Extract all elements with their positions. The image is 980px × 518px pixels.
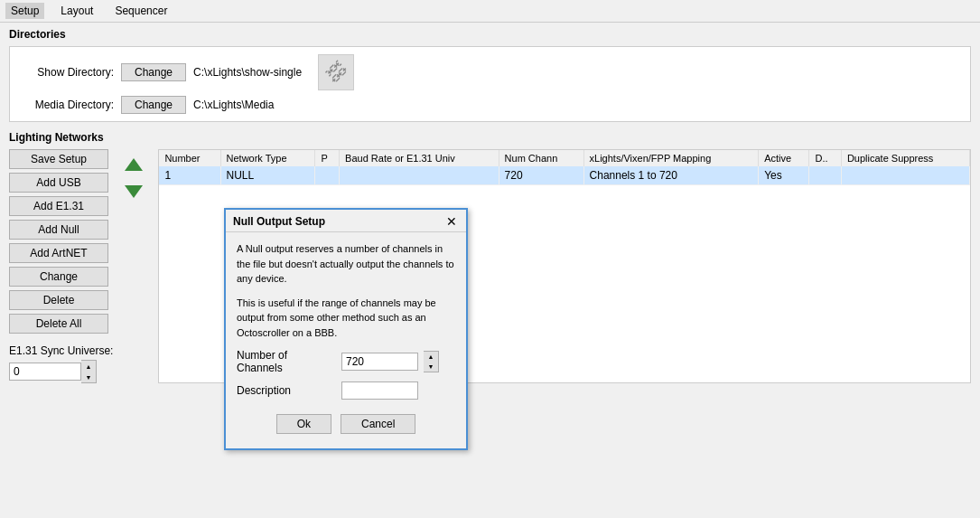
col-baud: Baud Rate or E1.31 Univ [340,150,499,166]
move-up-button[interactable] [122,153,145,176]
move-down-button[interactable] [122,180,145,203]
left-panel: Save Setup Add USB Add E1.31 Add Null Ad… [9,149,113,383]
num-channels-spinner: ▲ ▼ [424,351,439,372]
description-input[interactable] [341,381,418,400]
description-label: Description [237,384,336,397]
menu-layout[interactable]: Layout [55,3,98,19]
directories-header: Directories [9,28,971,41]
save-setup-button[interactable]: Save Setup [9,149,108,169]
num-channels-spinner-down[interactable]: ▼ [424,362,438,372]
cell-p [315,166,340,185]
col-network-type: Network Type [220,150,315,166]
cancel-button[interactable]: Cancel [341,414,415,434]
modal-close-button[interactable]: ✕ [444,215,459,228]
show-directory-row: Show Directory: Change C:\xLights\show-s… [19,54,961,90]
sync-section: E1.31 Sync Universe: ▲ ▼ [9,344,113,383]
menu-setup[interactable]: Setup [5,3,44,19]
cell-number: 1 [159,166,220,185]
menubar: Setup Layout Sequencer [0,0,980,23]
ok-button[interactable]: Ok [276,414,331,434]
modal-titlebar: Null Output Setup ✕ [226,210,466,232]
col-active: Active [759,150,809,166]
num-channels-spinner-up[interactable]: ▲ [424,352,438,362]
show-dir-path: C:\xLights\show-single [193,66,302,79]
media-dir-label: Media Directory: [19,99,114,111]
col-number: Number [159,150,220,166]
add-e131-button[interactable]: Add E1.31 [9,196,108,216]
show-dir-label: Show Directory: [19,66,114,79]
media-dir-path: C:\xLights\Media [193,99,274,111]
num-channels-label: Number of Channels [237,349,336,374]
col-d: D.. [809,150,841,166]
link-icon: ⛓ [318,54,354,90]
modal-buttons: Ok Cancel [237,407,455,439]
change-button[interactable]: Change [9,267,108,287]
num-channels-input[interactable] [341,353,418,371]
table-header-row: Number Network Type P Baud Rate or E1.31… [159,150,969,166]
show-dir-change-button[interactable]: Change [121,63,186,81]
col-dup-suppress: Duplicate Suppress [841,150,969,166]
cell-mapping: Channels 1 to 720 [583,166,759,185]
arrow-col [122,149,145,383]
description-field: Description [237,381,455,400]
add-artnet-button[interactable]: Add ArtNET [9,243,108,263]
modal-desc-1: A Null output reserves a number of chann… [237,241,455,287]
cell-dup-suppress [841,166,969,185]
delete-button[interactable]: Delete [9,290,108,310]
directories-section: Show Directory: Change C:\xLights\show-s… [9,46,971,122]
networks-table: Number Network Type P Baud Rate or E1.31… [159,150,970,185]
add-usb-button[interactable]: Add USB [9,173,108,193]
arrow-down-icon [125,185,143,198]
lighting-networks-header: Lighting Networks [9,131,971,144]
cell-num-chann: 720 [499,166,583,185]
table-row[interactable]: 1 NULL 720 Channels 1 to 720 Yes [159,166,969,185]
media-directory-row: Media Directory: Change C:\xLights\Media [19,96,961,114]
delete-all-button[interactable]: Delete All [9,314,108,334]
col-mapping: xLights/Vixen/FPP Mapping [583,150,759,166]
media-dir-change-button[interactable]: Change [121,96,186,114]
main-content: Directories Show Directory: Change C:\xL… [0,23,980,389]
modal-desc-2: This is useful if the range of channels … [237,296,455,341]
cell-d [809,166,841,185]
cell-baud [340,166,499,185]
modal-body: A Null output reserves a number of chann… [226,232,466,448]
null-output-modal: Null Output Setup ✕ A Null output reserv… [224,208,468,450]
cell-network-type: NULL [220,166,315,185]
col-num-chann: Num Chann [499,150,583,166]
sync-spinner: ▲ ▼ [81,360,97,383]
sync-spinner-up[interactable]: ▲ [81,361,96,372]
lighting-section: Save Setup Add USB Add E1.31 Add Null Ad… [9,149,971,383]
modal-title: Null Output Setup [233,215,325,228]
sync-input-wrap: ▲ ▼ [9,360,113,383]
arrow-up-icon [125,158,143,171]
sync-input[interactable] [9,363,81,381]
sync-label: E1.31 Sync Universe: [9,344,113,357]
num-channels-field: Number of Channels ▲ ▼ [237,349,455,374]
sync-spinner-down[interactable]: ▼ [81,372,96,382]
add-null-button[interactable]: Add Null [9,220,108,240]
col-p: P [315,150,340,166]
menu-sequencer[interactable]: Sequencer [109,3,173,19]
chain-graphic: ⛓ [321,57,351,88]
cell-active: Yes [759,166,809,185]
